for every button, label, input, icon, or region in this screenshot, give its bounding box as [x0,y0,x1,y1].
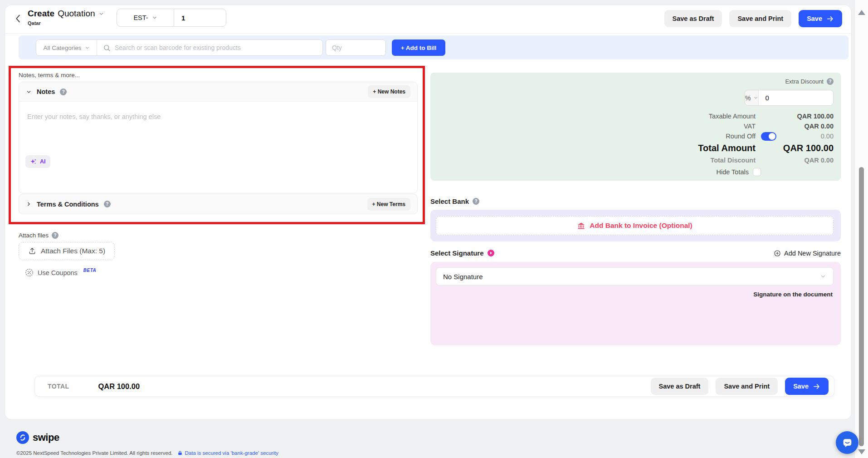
ai-label: AI [40,158,46,165]
save-as-draft-button[interactable]: Save as Draft [664,10,722,27]
signature-select-value: No Signature [443,273,483,281]
notes-section-heading: Notes, terms & more... [19,72,80,79]
extra-discount-control: % [745,90,834,106]
help-icon[interactable]: ? [827,78,834,85]
scroll-up-arrow[interactable] [858,10,865,15]
play-badge-icon[interactable] [488,250,494,256]
percent-circle-icon [25,268,34,277]
extra-discount-row: Extra Discount ? [785,78,834,85]
chevron-down-icon [26,89,32,95]
doc-prefix-value: EST- [133,14,148,21]
vat-row: VAT QAR 0.00 [744,122,834,131]
total-amount-row: Total Amount QAR 100.00 [698,142,834,154]
scrollbar [854,0,868,458]
notes-accordion-header[interactable]: Notes ? + New Notes [19,82,417,102]
notes-title: Notes [37,88,55,95]
discount-unit-select[interactable]: % [745,90,759,105]
round-off-toggle[interactable] [761,132,776,141]
back-button[interactable] [12,12,24,24]
save-and-print-button-bottom[interactable]: Save and Print [716,378,778,395]
hide-totals-label: Hide Totals [717,168,749,176]
new-notes-button[interactable]: + New Notes [368,85,410,98]
arrow-right-icon [826,15,834,23]
page-title-block: Create Quotation Qatar [28,9,104,26]
header-actions: Save as Draft Save and Print Save [664,10,843,27]
taxable-amount-row: Taxable Amount QAR 100.00 [709,112,834,121]
signature-select[interactable]: No Signature [436,267,834,286]
select-bank-row: Select Bank ? [430,197,479,205]
add-bank-button[interactable]: Add Bank to Invoice (Optional) [436,216,834,235]
lock-icon [177,450,183,456]
taxable-amount-label: Taxable Amount [709,113,756,120]
add-to-bill-button[interactable]: + Add to Bill [392,39,445,56]
total-discount-value: QAR 0.00 [756,157,834,164]
select-bank-label: Select Bank [430,197,469,205]
use-coupons-label: Use Coupons [38,269,78,276]
terms-title: Terms & Conditions [37,201,99,208]
copyright-text: ©2025 NextSpeed Technologies Private Lim… [16,450,173,456]
attach-files-label: Attach files [19,232,49,239]
signature-panel: No Signature Signature on the document [430,262,841,345]
total-discount-label: Total Discount [710,157,756,164]
beta-badge: BETA [83,268,96,273]
product-search-group: All Categories [36,39,323,56]
security-link[interactable]: Data is secured via 'bank-grade' securit… [177,450,278,456]
scroll-down-arrow[interactable] [858,449,865,454]
page-title[interactable]: Create Quotation [28,9,104,19]
terms-accordion-header[interactable]: Terms & Conditions ? + New Terms [19,194,418,214]
product-search-input[interactable] [115,44,317,51]
product-search-field [97,40,322,55]
scrollbar-thumb[interactable] [859,167,864,446]
circle-plus-icon [774,250,781,257]
attach-files-button[interactable]: Attach Files (Max: 5) [19,242,115,260]
help-icon[interactable]: ? [52,232,59,239]
signature-caption: Signature on the document [753,291,833,298]
help-icon[interactable]: ? [60,89,67,95]
use-coupons-link[interactable]: Use Coupons BETA [25,268,96,277]
doc-prefix-select[interactable]: EST- [117,9,174,26]
round-off-row: Round Off 0.00 [726,132,834,141]
upload-icon [28,247,36,255]
notes-textarea[interactable] [21,102,415,161]
taxable-amount-value: QAR 100.00 [756,113,834,120]
select-signature-label-group: Select Signature [430,249,494,257]
bottom-actions: Save as Draft Save and Print Save [651,378,829,395]
save-as-draft-button-bottom[interactable]: Save as Draft [651,378,709,395]
document-number-group: EST- [117,9,226,27]
category-select[interactable]: All Categories [36,40,97,55]
category-select-value: All Categories [43,44,81,51]
totals-summary-panel: Extra Discount ? % Taxable Amount QAR 10… [430,73,841,181]
hide-totals-row: Hide Totals [717,168,761,176]
total-amount-label: Total Amount [698,143,756,153]
extra-discount-label: Extra Discount [785,78,824,85]
brand-row: swipe [16,431,59,444]
hide-totals-checkbox[interactable] [753,168,761,176]
select-signature-label: Select Signature [430,249,484,257]
chevron-down-icon [98,11,104,17]
help-icon[interactable]: ? [104,201,111,207]
save-and-print-button[interactable]: Save and Print [729,10,791,27]
discount-unit-value: % [745,94,751,102]
swipe-logo-icon [16,431,29,444]
total-discount-row: Total Discount QAR 0.00 [710,156,834,165]
company-name: Qatar [28,20,104,26]
sparkles-icon [30,158,37,165]
header-divider [5,33,851,34]
extra-discount-input[interactable] [759,90,834,105]
help-icon[interactable]: ? [473,198,479,205]
ai-assist-button[interactable]: AI [25,155,50,168]
chat-bubble-icon [841,437,853,449]
bank-panel: Add Bank to Invoice (Optional) [430,210,841,241]
save-button[interactable]: Save [799,10,842,27]
add-new-signature-button[interactable]: Add New Signature [774,250,841,257]
quantity-input[interactable] [326,39,386,56]
new-terms-button[interactable]: + New Terms [367,198,410,211]
total-label: TOTAL [48,383,69,390]
page-title-action: Create [28,9,54,19]
vat-value: QAR 0.00 [756,123,834,130]
chat-launcher-button[interactable] [836,431,858,454]
save-button-bottom[interactable]: Save [785,378,829,395]
arrow-right-icon [813,383,820,390]
chevron-down-icon [753,95,758,100]
doc-number-input[interactable] [174,9,226,26]
